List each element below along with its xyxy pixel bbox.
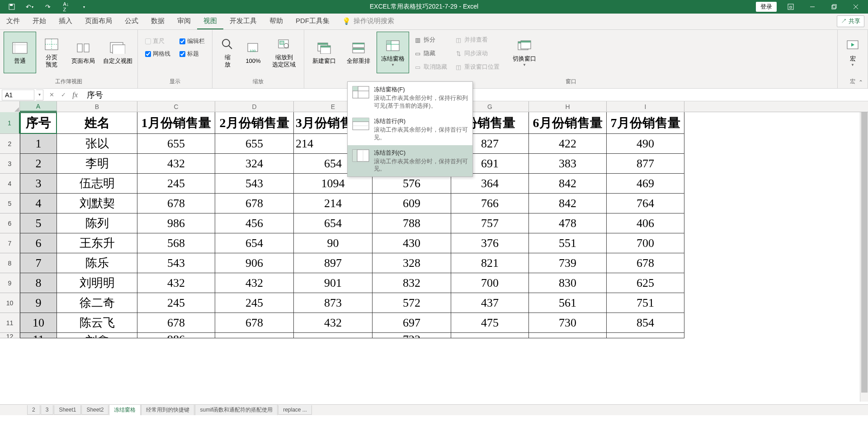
tab-view[interactable]: 视图 <box>197 14 223 29</box>
col-header-a[interactable]: A <box>20 101 57 112</box>
tab-help[interactable]: 帮助 <box>263 14 289 29</box>
cell[interactable]: 700 <box>451 273 529 293</box>
tab-developer[interactable]: 开发工具 <box>223 14 263 29</box>
col-header-h[interactable]: H <box>529 101 607 112</box>
cell[interactable]: 陈云飞 <box>57 313 137 333</box>
cell[interactable] <box>607 333 684 338</box>
cell[interactable]: 10 <box>20 313 57 333</box>
cell[interactable]: 697 <box>373 313 451 333</box>
maximize-icon[interactable] <box>824 0 844 14</box>
sheet-tab[interactable]: 经常用到的快捷键 <box>141 405 194 416</box>
sheet-tab[interactable]: Sheet2 <box>81 405 108 415</box>
cell[interactable]: 842 <box>529 174 607 194</box>
tab-review[interactable]: 审阅 <box>171 14 197 29</box>
collapse-ribbon-icon[interactable]: ⌃ <box>856 79 865 85</box>
cell[interactable]: 551 <box>529 233 607 253</box>
cell[interactable]: 873 <box>294 293 373 313</box>
cell[interactable]: 陈列 <box>57 213 137 233</box>
scrollbar-thumb[interactable] <box>861 112 868 393</box>
ribbon-display-icon[interactable] <box>780 0 801 14</box>
cell[interactable]: 陈乐 <box>57 253 137 273</box>
tab-file[interactable]: 文件 <box>0 14 26 29</box>
cell[interactable]: 2月份销售量 <box>215 112 294 134</box>
cell[interactable]: 678 <box>137 194 215 213</box>
cell[interactable]: 245 <box>137 293 215 313</box>
sheet-tab[interactable]: Sheet1 <box>54 405 81 415</box>
sheet-tab[interactable]: 2 <box>27 405 40 415</box>
col-header-i[interactable]: I <box>607 101 684 112</box>
cell[interactable]: 751 <box>607 293 684 313</box>
cell[interactable]: 刘明明 <box>57 273 137 293</box>
cell[interactable]: 432 <box>215 273 294 293</box>
cell[interactable]: 437 <box>451 293 529 313</box>
login-button[interactable]: 登录 <box>756 2 777 12</box>
row-header[interactable]: 7 <box>0 233 20 253</box>
cell[interactable]: 475 <box>451 313 529 333</box>
cell[interactable]: 561 <box>529 293 607 313</box>
row-header[interactable]: 6 <box>0 213 20 233</box>
insert-function-icon[interactable]: fx <box>70 90 80 100</box>
share-button[interactable]: ↗ 共享 <box>837 15 864 27</box>
cell[interactable]: 11 <box>20 333 57 338</box>
cell[interactable]: 刘鑫 <box>57 333 137 338</box>
cell[interactable]: 678 <box>137 313 215 333</box>
cell[interactable]: 490 <box>607 134 684 154</box>
cell[interactable]: 478 <box>529 213 607 233</box>
cell[interactable]: 832 <box>373 273 451 293</box>
cell[interactable]: 6 <box>20 233 57 253</box>
cancel-formula-icon[interactable]: ✕ <box>46 90 57 100</box>
row-header[interactable]: 12 <box>0 333 20 338</box>
row-header[interactable]: 3 <box>0 154 20 174</box>
cell[interactable]: 906 <box>215 253 294 273</box>
cell[interactable]: 572 <box>373 293 451 313</box>
freeze-first-column-item[interactable]: 冻结首列(C)滚动工作表其余部分时，保持首列可见。 <box>348 145 472 177</box>
cell[interactable] <box>529 333 607 338</box>
switch-windows-button[interactable]: 切换窗口▼ <box>508 32 541 73</box>
cell[interactable]: 757 <box>451 213 529 233</box>
cell[interactable]: 986 <box>137 333 215 338</box>
cell[interactable]: 788 <box>373 213 451 233</box>
cell[interactable]: 刘默契 <box>57 194 137 213</box>
cell[interactable]: 430 <box>373 233 451 253</box>
macros-button[interactable]: 宏▼ <box>841 32 864 73</box>
row-header[interactable]: 9 <box>0 273 20 293</box>
cell[interactable]: 245 <box>215 293 294 313</box>
sort-icon[interactable]: A↓Z <box>58 0 74 13</box>
cell[interactable]: 730 <box>529 313 607 333</box>
cell[interactable]: 654 <box>294 213 373 233</box>
col-header-b[interactable]: B <box>57 101 137 112</box>
cell[interactable]: 655 <box>215 134 294 154</box>
cell[interactable]: 406 <box>607 213 684 233</box>
cell[interactable]: 821 <box>451 253 529 273</box>
row-header[interactable]: 4 <box>0 174 20 194</box>
undo-icon[interactable]: ↶▼ <box>22 0 38 13</box>
col-header-d[interactable]: D <box>215 101 294 112</box>
cell[interactable]: 王东升 <box>57 233 137 253</box>
cell[interactable]: 432 <box>137 273 215 293</box>
select-all-corner[interactable] <box>0 101 20 112</box>
sheet-tab[interactable]: 3 <box>41 405 54 415</box>
cell[interactable]: 432 <box>294 313 373 333</box>
cell[interactable]: 723 <box>373 333 451 338</box>
vertical-scrollbar[interactable] <box>860 112 868 402</box>
row-header[interactable]: 2 <box>0 134 20 154</box>
cell[interactable]: 739 <box>529 253 607 273</box>
formula-bar-checkbox[interactable]: 编辑栏 <box>178 36 207 46</box>
cell[interactable]: 376 <box>451 233 529 253</box>
cell[interactable]: 986 <box>137 213 215 233</box>
enter-formula-icon[interactable]: ✓ <box>58 90 69 100</box>
cell[interactable]: 2 <box>20 154 57 174</box>
hide-button[interactable]: ▭隐藏 <box>412 48 449 59</box>
cell[interactable]: 469 <box>607 174 684 194</box>
page-break-button[interactable]: 分页 预览 <box>38 32 65 73</box>
cell[interactable]: 830 <box>529 273 607 293</box>
cell[interactable]: 7月份销售量 <box>607 112 684 134</box>
cell[interactable]: 655 <box>137 134 215 154</box>
cell[interactable]: 383 <box>529 154 607 174</box>
tab-page-layout[interactable]: 页面布局 <box>79 14 118 29</box>
cell[interactable]: 徐二奇 <box>57 293 137 313</box>
custom-view-button[interactable]: 自定义视图 <box>101 32 134 73</box>
cell[interactable]: 90 <box>294 233 373 253</box>
close-icon[interactable] <box>845 0 866 14</box>
cell[interactable]: 678 <box>607 253 684 273</box>
